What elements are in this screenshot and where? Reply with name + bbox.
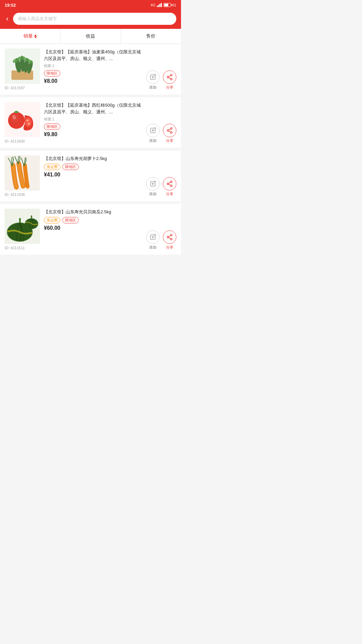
add-svg-icon: + [149, 233, 157, 241]
product-tag: 免运费 [44, 217, 60, 223]
product-item: ID: 4211600 【北京馆】【延庆基地】西红柿500g（仅限北京城六区及昌… [0, 97, 181, 148]
product-item: ID: 4211508 【北京馆】山东寿光胡萝卜2.5kg 免运费限地区 ¥41… [0, 151, 181, 201]
add-label: 添加 [149, 245, 157, 250]
svg-line-40 [169, 129, 171, 130]
share-icon [163, 124, 176, 137]
product-info: 【北京馆】山东寿光胡萝卜2.5kg 免运费限地区 ¥41.00 [44, 155, 142, 197]
add-label: 添加 [149, 85, 157, 90]
add-svg-icon: + [149, 73, 157, 81]
product-image [5, 49, 40, 84]
search-bar[interactable]: 请输入商品名关键字 [13, 13, 176, 25]
product-price: ¥60.00 [44, 225, 142, 231]
product-price: ¥9.80 [44, 131, 142, 138]
svg-line-68 [169, 237, 171, 239]
add-label: 添加 [149, 138, 157, 143]
header: ‹ 请输入商品名关键字 [0, 10, 181, 29]
sort-arrow-sales [34, 35, 37, 38]
product-tags: 免运费限地区 [44, 164, 142, 170]
svg-line-23 [169, 77, 171, 79]
svg-rect-1 [158, 5, 159, 7]
share-button[interactable]: 分享 [163, 177, 176, 197]
share-svg-icon [166, 74, 173, 80]
add-icon: + [146, 70, 160, 84]
product-title: 【北京馆】【延庆基地】西红柿500g（仅限北京城六区及昌平、房山、顺义、通州、.… [44, 102, 142, 115]
network-label: 4G [150, 3, 156, 7]
product-actions: + 添加 分享 [146, 70, 176, 90]
svg-rect-58 [31, 215, 32, 218]
svg-point-30 [26, 119, 28, 121]
svg-line-52 [169, 184, 171, 185]
share-button[interactable]: 分享 [163, 124, 176, 143]
sort-tab-revenue-label: 收益 [86, 33, 95, 39]
sort-tab-revenue[interactable]: 收益 [60, 29, 121, 44]
status-icons: 4G 61 [150, 3, 176, 7]
product-tag: 限地区 [44, 70, 60, 76]
share-svg-icon [166, 234, 173, 240]
svg-rect-56 [19, 218, 21, 223]
share-button[interactable]: 分享 [163, 70, 176, 90]
share-label: 分享 [166, 138, 173, 143]
product-tag: 限地区 [62, 164, 79, 170]
product-id: ID: 4211508 [5, 193, 25, 197]
product-tag: 限地区 [62, 217, 79, 223]
svg-rect-2 [160, 4, 161, 7]
search-placeholder: 请输入商品名关键字 [18, 16, 57, 22]
svg-point-65 [171, 238, 172, 240]
product-image [5, 155, 40, 191]
product-actions: + 添加 分享 [146, 124, 176, 143]
svg-point-49 [171, 185, 172, 187]
add-icon: + [146, 124, 160, 137]
share-icon [163, 177, 176, 191]
add-icon: + [146, 177, 160, 191]
svg-point-64 [171, 234, 172, 236]
back-button[interactable]: ‹ [5, 13, 10, 24]
share-label: 分享 [166, 192, 173, 197]
svg-point-66 [167, 236, 169, 238]
svg-point-37 [171, 128, 172, 129]
product-tag: 限地区 [44, 123, 60, 130]
share-icon [163, 70, 176, 84]
product-tags: 免运费限地区 [44, 217, 142, 223]
product-tags: 限地区 [44, 123, 142, 130]
share-button[interactable]: 分享 [163, 230, 176, 250]
sort-tab-price[interactable]: 售价 [121, 29, 181, 44]
add-button[interactable]: + 添加 [146, 70, 160, 90]
product-tag: 免运费 [44, 164, 60, 170]
share-icon [163, 230, 176, 244]
signal-icon [157, 3, 162, 7]
svg-point-38 [171, 132, 172, 133]
svg-line-51 [169, 182, 171, 183]
battery-level: 61 [172, 3, 176, 7]
product-price: ¥41.00 [44, 172, 142, 178]
svg-point-39 [167, 130, 169, 131]
product-title: 【北京馆】【延庆基地】油麦菜450g（仅限北京城六区及昌平、房山、顺义、通州、.… [44, 49, 142, 62]
add-button[interactable]: + 添加 [146, 124, 160, 143]
svg-text:+: + [154, 181, 156, 183]
svg-text:+: + [154, 128, 156, 130]
battery-icon [164, 3, 171, 7]
product-sales: 销量:1 [44, 117, 142, 122]
add-svg-icon: + [149, 180, 157, 187]
sort-tab-sales[interactable]: 销量 [0, 29, 60, 44]
add-button[interactable]: + 添加 [146, 177, 160, 197]
svg-line-67 [169, 235, 171, 237]
svg-point-26 [8, 112, 25, 129]
share-label: 分享 [166, 85, 173, 90]
product-item: ID: 4211597 【北京馆】【延庆基地】油麦菜450g（仅限北京城六区及昌… [0, 44, 181, 95]
svg-rect-0 [157, 6, 158, 7]
svg-point-27 [14, 111, 19, 113]
product-info: 【北京馆】山东寿光贝贝南瓜2.5kg 免运费限地区 ¥60.00 [44, 209, 142, 250]
svg-rect-3 [161, 3, 162, 7]
add-svg-icon: + [149, 127, 157, 134]
product-title: 【北京馆】山东寿光胡萝卜2.5kg [44, 155, 142, 162]
svg-point-19 [171, 74, 172, 76]
product-id: ID: 4211597 [5, 86, 25, 90]
share-label: 分享 [166, 245, 173, 250]
add-button[interactable]: + 添加 [146, 230, 160, 250]
product-actions: + 添加 分享 [146, 230, 176, 250]
svg-text:+: + [154, 234, 156, 236]
svg-line-41 [169, 131, 171, 132]
product-title: 【北京馆】山东寿光贝贝南瓜2.5kg [44, 209, 142, 215]
share-svg-icon [166, 127, 173, 134]
product-info: 【北京馆】【延庆基地】油麦菜450g（仅限北京城六区及昌平、房山、顺义、通州、.… [44, 49, 142, 90]
